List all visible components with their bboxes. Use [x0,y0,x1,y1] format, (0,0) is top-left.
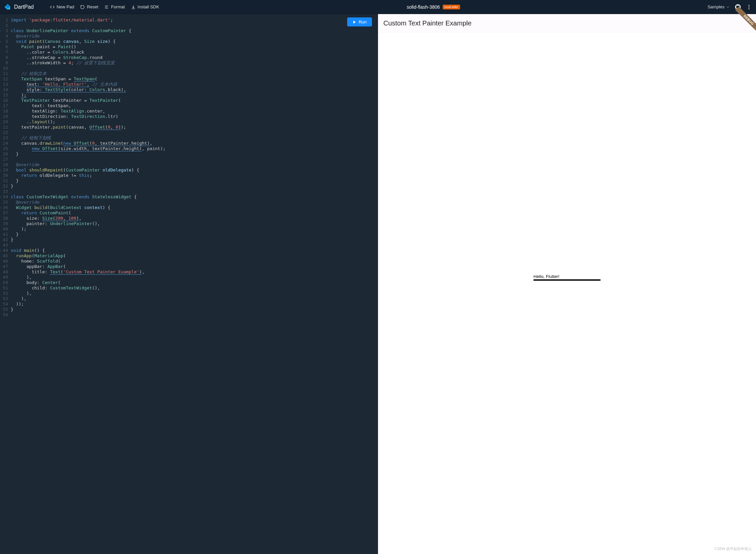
reset-button[interactable]: Reset [80,4,98,9]
watermark: CSDN @早起的年轻人 [715,546,752,551]
download-icon [131,5,136,9]
newpad-label: New Pad [57,4,74,9]
run-label: Run [359,19,367,24]
more-vert-icon [746,4,752,10]
project-name[interactable]: solid-flash-3806 [407,4,440,10]
toolbar: New Pad Reset Format Install SDK [50,4,159,9]
editor-panel: Run 123▾45▾67891011121314151617181920212… [0,14,378,554]
local-edits-badge: local edits [443,5,460,9]
code-icon [50,5,55,9]
code-editor[interactable]: 123▾45▾678910111213141516171819202122232… [0,14,378,554]
play-icon [353,20,357,24]
svg-marker-7 [354,20,356,23]
brand-text: DartPad [14,4,34,10]
main: Run 123▾45▾67891011121314151617181920212… [0,14,756,554]
preview-panel: DEBUG Custom Text Painter Example Hello,… [378,14,756,554]
preview-appbar: Custom Text Painter Example [378,14,756,33]
preview-title: Custom Text Painter Example [383,19,471,27]
line-gutter: 123▾45▾678910111213141516171819202122232… [0,17,11,554]
dartpad-logo-icon [4,3,11,11]
install-label: Install SDK [138,4,159,9]
project-name-area: solid-flash-3806 local edits [407,4,460,10]
run-button[interactable]: Run [347,17,372,26]
code-area[interactable]: import 'package:flutter/material.dart'; … [11,17,378,554]
painted-underline [534,279,601,281]
format-button[interactable]: Format [104,4,125,9]
svg-point-5 [748,6,749,7]
samples-label: Samples [707,4,724,9]
header: DartPad New Pad Reset Format Install SDK… [0,0,756,14]
samples-dropdown[interactable]: Samples [707,4,730,9]
svg-point-6 [748,8,749,9]
menu-button[interactable] [746,4,752,10]
reset-label: Reset [87,4,98,9]
svg-point-4 [748,5,749,6]
header-left: DartPad New Pad Reset Format Install SDK [4,3,159,11]
preview-body: Hello, Flutter! [378,33,756,554]
header-right: Samples [707,4,752,10]
chevron-down-icon [726,5,730,9]
reset-icon [80,5,85,9]
format-label: Format [111,4,125,9]
newpad-button[interactable]: New Pad [50,4,74,9]
logo[interactable]: DartPad [4,3,34,11]
custom-paint: Hello, Flutter! [534,277,601,310]
install-button[interactable]: Install SDK [131,4,159,9]
format-icon [104,5,109,9]
painted-text: Hello, Flutter! [534,274,559,279]
